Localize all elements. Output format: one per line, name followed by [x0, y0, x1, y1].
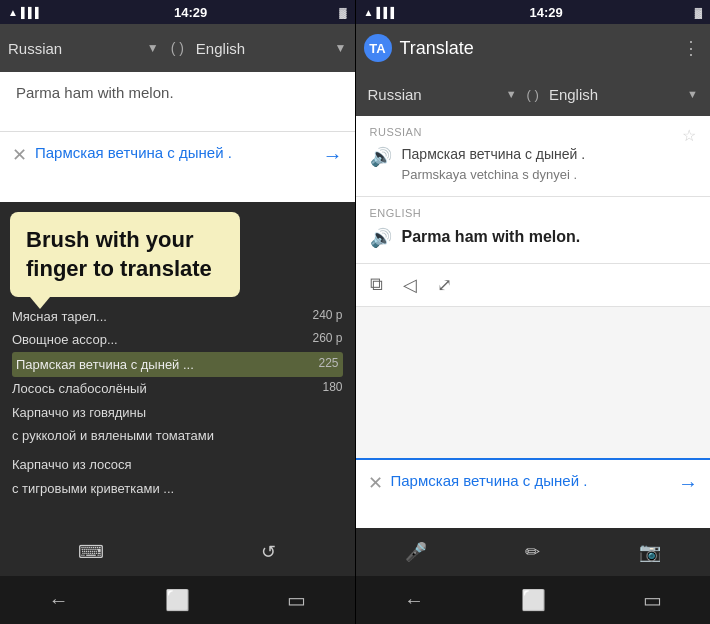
- input-text[interactable]: Пармская ветчина с дыней .: [35, 142, 315, 163]
- english-card-row: 🔊 Parma ham with melon.: [370, 225, 697, 249]
- english-label-text: ENGLISH: [370, 207, 422, 219]
- pencil-button[interactable]: ✏: [517, 533, 548, 571]
- copy-button[interactable]: ⧉: [370, 274, 383, 296]
- left-bottom-toolbar: ⌨ ↺: [0, 528, 355, 576]
- right-status-bar: ▲ ▌▌▌ 14:29 ▓: [356, 0, 711, 24]
- share-button[interactable]: ◁: [403, 274, 417, 296]
- recent-button[interactable]: ▭: [287, 588, 306, 612]
- russian-translation-card: RUSSIAN ☆ 🔊 Пармская ветчина с дыней . P…: [356, 116, 711, 197]
- right-translate-arrow[interactable]: →: [678, 472, 698, 495]
- right-nav-bar: ← ⬜ ▭: [356, 576, 711, 624]
- camera-menu-overlay: Мясная тарел... 240 р Овощное ассор... 2…: [0, 297, 355, 528]
- right-app-bar: TA Translate ⋮: [356, 24, 711, 72]
- right-bottom-toolbar: 🎤 ✏ 📷: [356, 528, 711, 576]
- right-panel: ▲ ▌▌▌ 14:29 ▓ TA Translate ⋮ Russian ▼ (…: [356, 0, 711, 624]
- home-button[interactable]: ⬜: [165, 588, 190, 612]
- to-lang-arrow: ▼: [335, 41, 347, 55]
- tooltip-text: Brush with your finger to translate: [26, 227, 212, 281]
- english-translation-card: ENGLISH 🔊 Parma ham with melon.: [356, 197, 711, 264]
- action-row: ⧉ ◁ ⤢: [356, 264, 711, 307]
- right-time: 14:29: [530, 5, 563, 20]
- left-status-bar: ▲ ▌▌▌ 14:29 ▓: [0, 0, 355, 24]
- right-from-language[interactable]: Russian: [368, 86, 506, 103]
- tooltip-bubble: Brush with your finger to translate: [10, 212, 240, 297]
- mic-button[interactable]: 🎤: [397, 533, 435, 571]
- right-wifi-icon: ▲: [364, 7, 374, 18]
- right-input-text[interactable]: Пармская ветчина с дыней .: [391, 470, 671, 491]
- translated-text: Parma ham with melon.: [16, 84, 174, 101]
- status-bar-left: ▲ ▌▌▌: [8, 7, 42, 18]
- refresh-button[interactable]: ↺: [253, 533, 284, 571]
- input-area[interactable]: ✕ Пармская ветчина с дыней . →: [0, 132, 355, 202]
- from-language[interactable]: Russian: [8, 40, 147, 57]
- menu-item-1: Мясная тарел... 240 р: [12, 305, 343, 328]
- signal-icon: ▌▌▌: [21, 7, 42, 18]
- right-battery-icon: ▓: [695, 7, 702, 18]
- right-lang-bar[interactable]: Russian ▼ ( ) English ▼: [356, 72, 711, 116]
- left-panel: ▲ ▌▌▌ 14:29 ▓ Russian ▼ ( ) English ▼ Pa…: [0, 0, 355, 624]
- menu-item-7: Карпаччо из лосося: [12, 453, 343, 476]
- menu-item-8: с тигровыми криветками ...: [12, 477, 343, 500]
- translate-app-icon: TA: [364, 34, 392, 62]
- russian-card-content: Пармская ветчина с дыней . Parmskaya vet…: [402, 144, 682, 182]
- menu-item-5: Карпаччо из говядины: [12, 401, 343, 424]
- right-signal-icon: ▌▌▌: [376, 7, 397, 18]
- battery-icon: ▓: [339, 7, 346, 18]
- russian-sub-text: Parmskaya vetchina s dynyei .: [402, 167, 682, 182]
- status-bar-right: ▓: [339, 7, 346, 18]
- camera-view: Brush with your finger to translate Мясн…: [0, 202, 355, 528]
- menu-item-4: Лосось слабосолёный 180: [12, 377, 343, 400]
- expand-button[interactable]: ⤢: [437, 274, 452, 296]
- star-favorite-button[interactable]: ☆: [682, 126, 697, 145]
- left-time: 14:29: [174, 5, 207, 20]
- translation-output: Parma ham with melon.: [0, 72, 355, 132]
- right-back-button[interactable]: ←: [404, 589, 424, 612]
- app-icon-label: TA: [369, 41, 385, 56]
- left-nav-bar: ← ⬜ ▭: [0, 576, 355, 624]
- russian-main-text: Пармская ветчина с дыней .: [402, 144, 682, 165]
- right-home-button[interactable]: ⬜: [521, 588, 546, 612]
- clear-input-button[interactable]: ✕: [12, 144, 27, 166]
- wifi-icon: ▲: [8, 7, 18, 18]
- right-to-language[interactable]: English: [549, 86, 687, 103]
- back-button[interactable]: ←: [48, 589, 68, 612]
- camera-button[interactable]: 📷: [631, 533, 669, 571]
- right-lang-swap-button[interactable]: ( ): [517, 87, 549, 102]
- english-main-text: Parma ham with melon.: [402, 225, 697, 249]
- right-clear-button[interactable]: ✕: [368, 472, 383, 494]
- content-spacer: [356, 307, 711, 458]
- english-sound-button[interactable]: 🔊: [370, 227, 392, 249]
- right-from-arrow: ▼: [506, 88, 517, 100]
- app-title: Translate: [400, 38, 675, 59]
- right-input-area[interactable]: ✕ Пармская ветчина с дыней . →: [356, 458, 711, 528]
- to-language[interactable]: English: [196, 40, 335, 57]
- menu-item-3-highlighted: Пармская ветчина с дыней ... 225: [12, 352, 343, 377]
- right-status-bar-left: ▲ ▌▌▌: [364, 7, 398, 18]
- russian-label-text: RUSSIAN: [370, 126, 422, 138]
- russian-sound-button[interactable]: 🔊: [370, 146, 392, 168]
- left-lang-bar[interactable]: Russian ▼ ( ) English ▼: [0, 24, 355, 72]
- english-lang-label: ENGLISH: [370, 207, 697, 219]
- keyboard-button[interactable]: ⌨: [70, 533, 112, 571]
- right-status-bar-right: ▓: [695, 7, 702, 18]
- overflow-menu-button[interactable]: ⋮: [682, 37, 702, 59]
- russian-card-row: 🔊 Пармская ветчина с дыней . Parmskaya v…: [370, 144, 682, 182]
- translate-arrow-button[interactable]: →: [323, 144, 343, 167]
- russian-lang-label: RUSSIAN ☆: [370, 126, 697, 138]
- menu-item-2: Овощное ассор... 260 р: [12, 328, 343, 351]
- from-lang-arrow: ▼: [147, 41, 159, 55]
- menu-item-6: с рукколой и вялеными томатами: [12, 424, 343, 447]
- lang-swap-button[interactable]: ( ): [159, 40, 196, 56]
- english-card-content: Parma ham with melon.: [402, 225, 697, 249]
- right-recent-button[interactable]: ▭: [643, 588, 662, 612]
- right-to-arrow: ▼: [687, 88, 698, 100]
